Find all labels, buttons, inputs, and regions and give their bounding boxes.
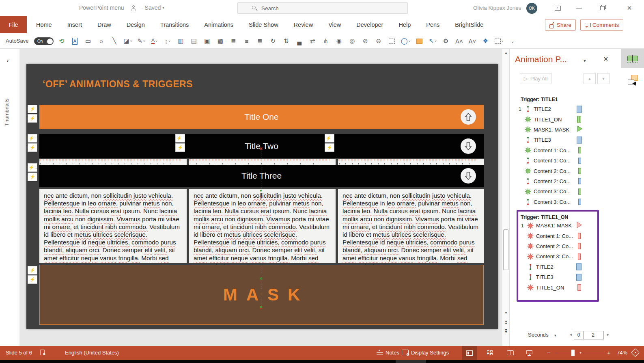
animation-trigger-badge[interactable]: ⚡‥ — [175, 134, 185, 143]
timeline-bar[interactable] — [578, 178, 581, 184]
merge-combine-icon[interactable]: ◎ — [348, 36, 356, 46]
animation-trigger-badge[interactable]: ⚡‥ — [325, 134, 334, 143]
animation-item-title1-on[interactable]: TITLE1_ON — [518, 282, 597, 292]
orange-slide-icon[interactable] — [416, 36, 424, 46]
move-earlier-button[interactable]: ▲ — [584, 73, 596, 84]
rectangle-shape-icon[interactable]: ▭ — [84, 36, 92, 46]
timeline-scroll-left-icon[interactable]: ◄ — [569, 333, 573, 337]
motion-path-line[interactable] — [261, 149, 261, 308]
selection-marquee-icon[interactable] — [388, 36, 396, 46]
zoom-out-button[interactable]: − — [547, 346, 551, 360]
grow-font-icon[interactable]: A˄ — [455, 36, 463, 46]
content-text-2[interactable]: nec ante dictum, non sollicitudin justo … — [189, 189, 336, 263]
animation-item-content-2-co-[interactable]: Content 2: Co... — [518, 241, 597, 251]
comments-button[interactable]: Comments — [580, 19, 623, 31]
animation-item-content-1-co-[interactable]: Content 1: Co... — [516, 156, 616, 166]
timeline-bar[interactable] — [577, 284, 581, 291]
display-settings-button[interactable]: Display Settings — [411, 346, 449, 360]
animation-trigger-badge[interactable]: ⚡ — [175, 143, 185, 152]
send-backward-icon[interactable]: ▤ — [190, 36, 198, 46]
expand-thumbnails-icon[interactable]: › — [7, 58, 9, 63]
align-right-icon[interactable]: ≣ — [256, 36, 264, 46]
fit-slide-to-window-icon[interactable] — [631, 348, 640, 357]
next-slide-button[interactable]: ▼▼ — [502, 329, 510, 333]
share-button[interactable]: Share — [545, 19, 576, 31]
animation-pane-toggle-button[interactable] — [621, 49, 644, 68]
save-status[interactable]: - Saved — [141, 4, 161, 11]
app-menu[interactable]: PowerPoint menu — [79, 4, 124, 11]
motion-path-end-marker[interactable]: ✕ — [259, 147, 263, 151]
animation-item-content-3-co-[interactable]: Content 3: Co... — [516, 186, 616, 197]
pane-options-caret-icon[interactable]: ▼ — [583, 58, 587, 63]
timeline-bar[interactable] — [578, 199, 581, 205]
animation-item-mask1-mask[interactable]: MASK1: MASK — [516, 125, 616, 135]
smartart-icon[interactable]: ⋔ — [322, 36, 330, 46]
animation-trigger-badge[interactable]: ⚡‥ — [28, 163, 37, 172]
motion-path-start-marker[interactable]: ✕ — [259, 277, 263, 281]
timeline-bar[interactable] — [578, 243, 581, 249]
previous-slide-button[interactable]: ▲▲ — [502, 320, 510, 324]
tab-transitions[interactable]: Transitions — [153, 16, 196, 33]
display-settings-icon[interactable] — [402, 350, 409, 355]
animation-trigger-badge[interactable]: ⚡ — [28, 173, 37, 181]
tab-help[interactable]: Help — [391, 16, 418, 33]
minimize-button[interactable]: — — [570, 0, 588, 16]
arrow-up-circle-icon[interactable] — [461, 109, 476, 125]
animation-trigger-badge[interactable]: ⚡ — [28, 114, 37, 123]
thumbnails-label[interactable]: Thumbnails — [4, 73, 12, 126]
align-objects-icon[interactable]: ≣ — [229, 36, 237, 46]
spellcheck-icon[interactable]: ✕ — [40, 350, 46, 356]
shape-outline-icon[interactable]: ✎˅ — [137, 36, 145, 46]
scrollbar-thumb[interactable] — [503, 229, 508, 270]
font-color-icon[interactable]: A˅ — [150, 36, 158, 46]
animation-item-title1-on[interactable]: TITLE1_ON — [516, 114, 616, 124]
normal-view-button[interactable] — [462, 346, 477, 360]
timeline-bar[interactable] — [578, 188, 581, 194]
shrink-font-icon[interactable]: A˅ — [468, 36, 476, 46]
scroll-down-icon[interactable]: ▼ — [502, 311, 510, 315]
animation-trigger-badge[interactable]: ⚡ — [325, 143, 334, 152]
tab-animations[interactable]: Animations — [196, 16, 241, 33]
tab-review[interactable]: Review — [286, 16, 321, 33]
timeline-bar[interactable] — [578, 168, 581, 174]
animation-item-title3[interactable]: TITLE3 — [518, 272, 597, 282]
arrow-down-circle-icon[interactable] — [461, 168, 476, 184]
zoom-slider-thumb[interactable] — [571, 350, 575, 356]
slide-scrollbar[interactable]: ▲ ▼ ▲▲ ▼▼ — [502, 49, 509, 346]
line-shape-icon[interactable]: ╲ — [110, 36, 118, 46]
timeline-scroll-right-icon[interactable]: ► — [606, 333, 610, 337]
timeline-bar[interactable] — [578, 147, 581, 153]
zoom-level[interactable]: 74% — [617, 346, 627, 360]
text-box-icon[interactable]: A — [71, 36, 79, 46]
motion-path-marker[interactable]: ▼ — [259, 189, 263, 193]
more-commands-icon[interactable]: ⌄ — [508, 36, 517, 46]
reading-view-button[interactable] — [502, 346, 518, 360]
timeline-bar[interactable] — [578, 158, 581, 164]
animation-item-title2[interactable]: TITLE2 — [518, 262, 597, 272]
timeline-unit-caret-icon[interactable]: ▾ — [554, 333, 556, 337]
insert-chart-icon[interactable]: ▄ — [295, 36, 304, 46]
marquee-caret-icon[interactable]: ˅ — [495, 36, 504, 46]
oval-shape-icon[interactable]: ○ — [97, 36, 106, 46]
mask-shape[interactable]: MASK — [39, 265, 484, 325]
timeline-bar[interactable] — [577, 125, 583, 134]
animation-trigger-badge[interactable]: ⚡ — [28, 275, 37, 284]
rotate-objects-icon[interactable]: ↻ — [269, 36, 277, 46]
timeline-bar[interactable] — [578, 233, 581, 239]
animation-item-content-3-co-[interactable]: Content 3: Co... — [516, 197, 616, 207]
distribute-columns-icon[interactable]: ⇄ — [308, 36, 317, 46]
restore-button[interactable] — [593, 0, 612, 16]
save-status-caret-icon[interactable]: ▾ — [162, 5, 164, 10]
animation-item-mask1-mask[interactable]: 1MASK1: MASK — [518, 220, 597, 231]
timeline-scale[interactable]: 0 2 — [574, 331, 604, 339]
motion-path-end-marker[interactable]: ✕ — [259, 305, 263, 309]
timeline-unit-dropdown[interactable]: Seconds — [528, 332, 549, 338]
title-one-bar[interactable]: Title One — [39, 105, 484, 129]
timeline-bar[interactable] — [577, 116, 581, 123]
autofit-icon[interactable]: ↕˅ — [164, 36, 172, 46]
move-later-button[interactable]: ▼ — [597, 73, 610, 84]
send-to-back-icon[interactable]: ▩ — [216, 36, 224, 46]
language-indicator[interactable]: English (United States) — [65, 346, 119, 360]
align-middle-icon[interactable]: ≡ — [243, 36, 251, 46]
click-action-icon[interactable]: ↖˅ — [429, 36, 437, 46]
